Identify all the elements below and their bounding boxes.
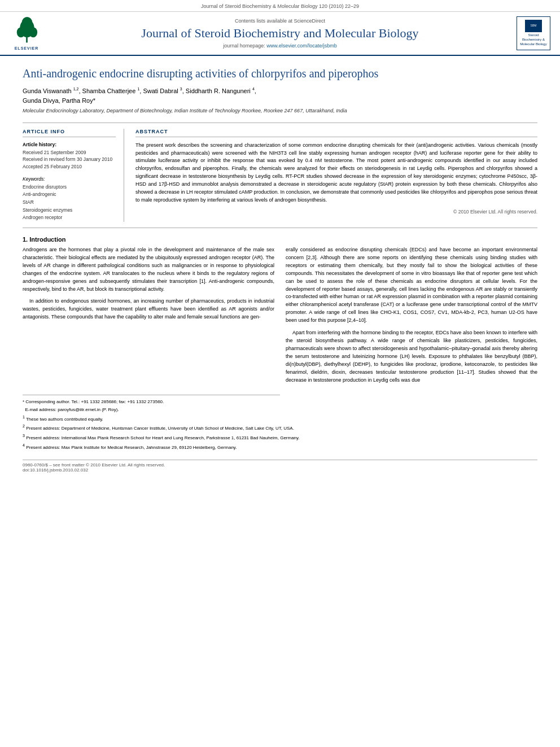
issn-line: 0960-0760/$ – see front matter © 2010 El… (23, 462, 537, 468)
keywords-section: Keywords: Endocrine disruptors Anti-andr… (23, 176, 116, 222)
footnote-4: 4 Present address: Max Plank Institute f… (23, 443, 537, 451)
content-area: Anti-androgenic endocrine disrupting act… (0, 56, 560, 485)
logo-graphic: SBM (525, 20, 542, 32)
footnote-email: E-mail address: paroyfus@iitr.ernet.in (… (23, 407, 537, 413)
footnote-1: 1 These two authors contributed equally. (23, 414, 537, 423)
doi-line: doi:10.1016/j.jsbmb.2010.02.032 (23, 468, 537, 473)
homepage-label: journal homepage: (223, 43, 265, 49)
keyword-5: Androgen receptor (23, 214, 116, 222)
history-revised: Received in revised form 30 January 2010 (23, 156, 116, 163)
sciencedirect-line: Contents lists available at ScienceDirec… (52, 18, 508, 24)
footnote-corresponding: * Corresponding author. Tel.: +91 1332 2… (23, 399, 537, 405)
svg-text:SBM: SBM (531, 24, 537, 27)
journal-name: Journal of Steroid Biochemistry and Mole… (52, 26, 508, 41)
keyword-1: Endocrine disruptors (23, 184, 116, 191)
history-label: Article history: (23, 142, 116, 147)
journal-logo-inner: SBM SteroidBiochemistry &Molecular Biolo… (517, 16, 550, 50)
abstract-col: ABSTRACT The present work describes the … (135, 129, 537, 222)
citation-text: Journal of Steroid Biochemistry & Molecu… (201, 3, 359, 9)
elsevier-logo: ELSEVIER (7, 17, 46, 50)
abstract-heading: ABSTRACT (135, 129, 537, 137)
body-para-2: In addition to endogenous steroid hormon… (23, 298, 274, 321)
svg-point-3 (29, 27, 37, 37)
history-received: Received 21 September 2009 (23, 149, 116, 156)
section1-title: 1. Introduction (23, 236, 537, 243)
header-divider (23, 123, 537, 123)
elsevier-tree-icon (11, 17, 42, 45)
body-para-3: erally considered as endocrine disruptin… (286, 246, 537, 325)
journal-homepage: journal homepage: www.elsevier.com/locat… (52, 43, 508, 49)
article-info-heading: ARTICLE INFO (23, 129, 116, 137)
body-col-1: Androgens are the hormones that play a p… (23, 246, 274, 389)
keywords-label: Keywords: (23, 176, 116, 182)
article-info-abstract: ARTICLE INFO Article history: Received 2… (23, 129, 537, 222)
logo-label: SteroidBiochemistry &Molecular Biology (520, 33, 546, 46)
authors: Gunda Viswanath 1,2, Shamba Chatterjee 1… (23, 86, 537, 105)
keyword-4: Steroidogenic enzymes (23, 207, 116, 215)
journal-header: ELSEVIER Contents lists available at Sci… (0, 12, 560, 56)
keyword-3: StAR (23, 199, 116, 207)
bottom-bar: 0960-0760/$ – see front matter © 2010 El… (23, 460, 537, 475)
journal-logo-box: SBM SteroidBiochemistry &Molecular Biolo… (514, 16, 553, 50)
abstract-divider (23, 228, 537, 228)
footnote-2: 2 Present address: Department of Medicin… (23, 423, 537, 432)
affiliation: Molecular Endocrinology Laboratory, Depa… (23, 107, 537, 115)
article-history: Article history: Received 21 September 2… (23, 142, 116, 171)
body-para-1: Androgens are the hormones that play a p… (23, 246, 274, 294)
homepage-url: www.elsevier.com/locate/jsbmb (266, 43, 337, 49)
footnote-divider (23, 395, 280, 395)
footnote-3: 3 Present address: International Max Pla… (23, 433, 537, 442)
svg-point-2 (16, 27, 25, 37)
history-accepted: Accepted 25 February 2010 (23, 163, 116, 171)
page-wrapper: Journal of Steroid Biochemistry & Molecu… (0, 0, 560, 485)
body-col-2: erally considered as endocrine disruptin… (286, 246, 537, 389)
sciencedirect-text: Contents lists available at ScienceDirec… (235, 18, 325, 24)
article-info-col: ARTICLE INFO Article history: Received 2… (23, 129, 124, 222)
abstract-text: The present work describes the screening… (135, 142, 537, 205)
body-para-4: Apart from interfering with the hormone … (286, 329, 537, 385)
journal-citation: Journal of Steroid Biochemistry & Molecu… (0, 0, 560, 12)
svg-point-4 (21, 17, 32, 27)
journal-title-block: Contents lists available at ScienceDirec… (52, 18, 508, 49)
body-two-col: Androgens are the hormones that play a p… (23, 246, 537, 389)
body-section: 1. Introduction Androgens are the hormon… (23, 236, 537, 389)
keyword-2: Anti-androgenic (23, 191, 116, 199)
article-title: Anti-androgenic endocrine disrupting act… (23, 66, 537, 81)
elsevier-text: ELSEVIER (15, 46, 39, 50)
copyright-line: © 2010 Elsevier Ltd. All rights reserved… (135, 209, 537, 215)
